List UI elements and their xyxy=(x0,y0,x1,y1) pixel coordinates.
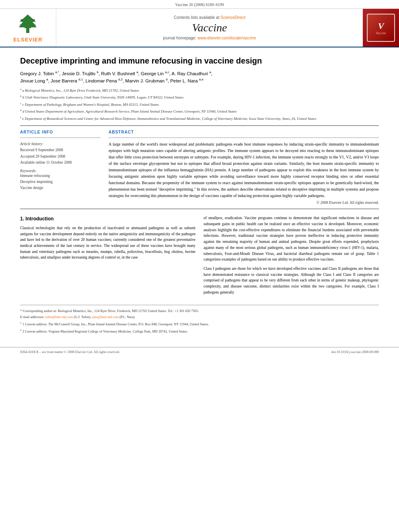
homepage-line: journal homepage: www.elsevier.com/locat… xyxy=(60,36,359,40)
body-col-left: 1. Introduction Classical technologies t… xyxy=(20,215,195,298)
science-direct-link[interactable]: ScienceDirect xyxy=(220,15,245,20)
footnotes: * Corresponding author at: Biological Mi… xyxy=(20,305,379,334)
svg-point-6 xyxy=(34,24,36,26)
section-name: Introduction xyxy=(25,216,53,222)
elsevier-logo: ELSEVIER xyxy=(13,13,42,43)
keyword-3: Vaccine design xyxy=(20,185,101,191)
affil-e: e e Department of Biomedical Sciences an… xyxy=(20,115,379,122)
email-footnote: E-mail addresses: tobin@bmi-md.com (G.J.… xyxy=(20,314,379,320)
section-1-title: 1. Introduction xyxy=(20,215,195,223)
citation-text: Vaccine 26 (2008) 6189–6199 xyxy=(175,2,224,7)
authors-line2: Jinxue Long a, Jose Barrera d,1, Lindoma… xyxy=(20,78,204,83)
svg-rect-1 xyxy=(26,28,29,33)
article-history: Article history: Received 9 September 20… xyxy=(20,141,101,166)
body-columns: 1. Introduction Classical technologies t… xyxy=(20,215,379,298)
abstract-col: ABSTRACT A large number of the world's m… xyxy=(109,130,379,205)
svg-point-3 xyxy=(21,19,23,21)
divider-abstract xyxy=(109,138,379,138)
affil-c: c c Department of Pathology, Brigham and… xyxy=(20,101,379,108)
body-col-right: of smallpox, eradication. Vaccine progra… xyxy=(204,215,379,298)
authors-line: Gregory J. Tobin a,*, Jessie D. Trujillo… xyxy=(20,70,379,85)
vaccine-badge-v-letter: V xyxy=(378,21,384,31)
divider-info xyxy=(20,138,101,138)
main-content: Deceptive imprinting and immune refocusi… xyxy=(0,47,399,343)
article-info-col: ARTICLE INFO Article history: Received 9… xyxy=(20,130,101,205)
keywords-label: Keywords: xyxy=(20,169,101,173)
journal-header: ELSEVIER Contents lists available at Sci… xyxy=(0,9,399,47)
article-info-heading: ARTICLE INFO xyxy=(20,130,101,134)
intro-paragraph-1: Classical technologies that rely on the … xyxy=(20,225,195,261)
affil-a: a a Biological Mimetics, Inc., 124 Byte … xyxy=(20,87,379,94)
section-number: 1. xyxy=(20,216,24,222)
elsevier-wordmark: ELSEVIER xyxy=(13,37,42,43)
vaccine-badge: V Vaccine xyxy=(367,14,395,42)
journal-title-area: Contents lists available at ScienceDirec… xyxy=(56,9,363,47)
available-date: Available online 11 October 2008 xyxy=(20,160,101,166)
email-link-2[interactable]: nara@bmi-md.com xyxy=(92,315,119,319)
elsevier-tree-icon xyxy=(16,13,40,35)
homepage-url[interactable]: www.elsevier.com/locate/vaccine xyxy=(197,36,256,40)
fn2-line: 2 2 Current address: Virginia-Maryland R… xyxy=(20,328,379,334)
corresponding-footnote: * Corresponding author at: Biological Mi… xyxy=(20,308,379,314)
affiliations: a a Biological Mimetics, Inc., 124 Byte … xyxy=(20,87,379,122)
authors-text: Gregory J. Tobin a,*, Jessie D. Trujillo… xyxy=(20,71,212,76)
copyright: © 2008 Elsevier Ltd. All rights reserved… xyxy=(109,201,379,205)
issn-text: 0264-410X/$ – see front matter © 2008 El… xyxy=(20,350,120,354)
keyword-1: Immune refocusing xyxy=(20,173,101,179)
email-link-1[interactable]: tobin@bmi-md.com xyxy=(45,315,73,319)
contents-available-text: Contents lists available at xyxy=(174,15,219,20)
divider-1 xyxy=(20,125,379,126)
intro-paragraph-2: of smallpox, eradication. Vaccine progra… xyxy=(204,215,379,263)
keyword-2: Deceptive imprinting xyxy=(20,179,101,185)
keywords-section: Keywords: Immune refocusing Deceptive im… xyxy=(20,169,101,191)
divider-2 xyxy=(20,209,379,209)
abstract-heading: ABSTRACT xyxy=(109,130,379,134)
intro-paragraph-3: Class I pathogens are those for which we… xyxy=(204,266,379,296)
email2-name: (P.L. Nara). xyxy=(119,315,136,319)
history-label: Article history: xyxy=(20,141,101,147)
fn1-line: 1 1 Current address: The McConnell Group… xyxy=(20,321,379,327)
article-title: Deceptive imprinting and immune refocusi… xyxy=(20,55,379,66)
journal-name: Vaccine xyxy=(60,21,359,34)
doi-text: doi:10.1016/j.vaccine.2008.09.080 xyxy=(331,350,379,354)
accepted-date: Accepted 29 September 2008 xyxy=(20,154,101,160)
abstract-text: A large number of the world's most wides… xyxy=(109,141,379,199)
fn2-text: 2 Current address: Virginia-Maryland Reg… xyxy=(23,329,188,333)
affil-b: b b Utah Veterinary Diagnostic Laborator… xyxy=(20,94,379,101)
fn1-text: 1 Current address: The McConnell Group, … xyxy=(23,322,209,326)
affil-d: d d United States Department of Agricult… xyxy=(20,108,379,115)
homepage-label: journal homepage: xyxy=(163,36,196,40)
vaccine-badge-label: Vaccine xyxy=(376,31,386,35)
svg-point-5 xyxy=(20,24,21,26)
bottom-bar: 0264-410X/$ – see front matter © 2008 El… xyxy=(0,347,399,356)
svg-point-4 xyxy=(33,19,35,21)
page: Vaccine 26 (2008) 6189–6199 ELSEV xyxy=(0,0,399,532)
email1-name: (G.J. Tobin), xyxy=(74,315,91,319)
info-abstract-section: ARTICLE INFO Article history: Received 9… xyxy=(20,130,379,205)
journal-badge-area: V Vaccine xyxy=(363,9,399,47)
science-direct-line: Contents lists available at ScienceDirec… xyxy=(60,15,359,20)
received-date: Received 9 September 2008 xyxy=(20,147,101,153)
email-label: E-mail addresses: xyxy=(20,315,44,319)
publisher-logo-area: ELSEVIER xyxy=(0,9,56,47)
corresponding-text: * Corresponding author at: Biological Mi… xyxy=(20,309,199,313)
citation-bar: Vaccine 26 (2008) 6189–6199 xyxy=(0,0,399,9)
